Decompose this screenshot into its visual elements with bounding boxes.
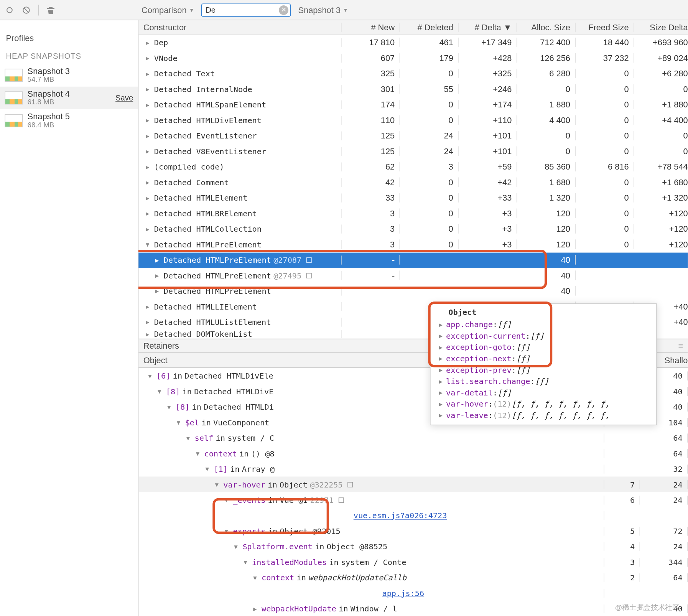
snapshot-name: Snapshot 4 (28, 89, 70, 99)
snapshot-thumb-icon (5, 114, 23, 127)
table-row[interactable]: ▶ Detached HTMLCollection 3 0 +3 120 0 +… (138, 221, 688, 237)
snapshot-size: 54.7 MB (28, 76, 70, 84)
expand-arrow-icon[interactable]: ▼ (224, 528, 230, 534)
popup-line: ▶exception-goto: [ƒ] (431, 342, 657, 353)
expand-arrow-icon[interactable]: ▶ (155, 288, 161, 294)
delete-icon[interactable] (46, 5, 56, 15)
expand-arrow-icon[interactable]: ▶ (155, 257, 161, 263)
popup-line: ▶app.change: [ƒ] (431, 319, 657, 330)
table-row[interactable]: ▶ Detached HTMLPreElement 40 (138, 283, 688, 299)
table-row[interactable]: ▶ Detached HTMLSpanElement 174 0 +174 1 … (138, 97, 688, 112)
expand-arrow-icon[interactable]: ▶ (146, 319, 152, 325)
table-row[interactable]: ▶ (compiled code) 62 3 +59 85 360 6 816 … (138, 159, 688, 175)
table-row[interactable]: ▶ Detached HTMLPreElement @27495 - 40 (138, 268, 688, 283)
expand-arrow-icon[interactable]: ▶ (146, 226, 152, 232)
constructor-header-row: Constructor # New # Deleted # Delta ▼ Al… (138, 20, 688, 35)
expand-arrow-icon[interactable]: ▶ (146, 303, 152, 310)
expand-arrow-icon[interactable]: ▶ (146, 55, 152, 61)
popup-line: ▶var-hover: (12) [ƒ, ƒ, ƒ, ƒ, ƒ, ƒ, ƒ, (431, 399, 657, 410)
expand-arrow-icon[interactable]: ▶ (146, 194, 152, 201)
class-filter-input[interactable] (201, 3, 291, 16)
expand-arrow-icon[interactable]: ▼ (224, 497, 230, 503)
source-link[interactable]: vue.esm.js?a026:4723 (354, 511, 447, 520)
expand-arrow-icon[interactable]: ▶ (146, 117, 152, 124)
expand-arrow-icon[interactable]: ▶ (146, 39, 152, 46)
expand-arrow-icon[interactable]: ▶ (146, 101, 152, 108)
popup-line: ▶exception-current: [ƒ] (431, 330, 657, 342)
expand-arrow-icon[interactable]: ▶ (146, 86, 152, 92)
snapshot-name: Snapshot 5 (28, 112, 70, 121)
snapshot-item[interactable]: Snapshot 4 61.8 MB Save (0, 87, 138, 109)
table-row[interactable]: ▶ Detached HTMLDivElement 110 0 +110 4 4… (138, 113, 688, 128)
toolbar: Comparison▼ ✕ Snapshot 3▼ (0, 0, 688, 20)
table-row[interactable]: ▶ Detached EventListener 125 24 +101 0 0… (138, 128, 688, 143)
expand-arrow-icon[interactable]: ▼ (234, 543, 240, 550)
col-constructor[interactable]: Constructor (138, 23, 341, 32)
expand-arrow-icon[interactable]: ▼ (244, 559, 250, 565)
retainer-row[interactable]: vue.esm.js?a026:4723 (138, 507, 688, 523)
retainer-row[interactable]: ▼exports in Object @92015 5 72 0 % 1 184… (138, 523, 688, 539)
table-row[interactable]: ▶ Dep 17 810 461 +17 349 712 400 18 440 … (138, 35, 688, 50)
expand-arrow-icon[interactable]: ▶ (146, 132, 152, 139)
table-row[interactable]: ▼ Detached HTMLPreElement 3 0 +3 120 0 +… (138, 237, 688, 252)
content-area: Constructor # New # Deleted # Delta ▼ Al… (138, 20, 688, 616)
retainer-row[interactable]: ▼context in webpackHotUpdateCallb 2 64 0… (138, 570, 688, 585)
expand-arrow-icon[interactable]: ▼ (158, 388, 164, 394)
popup-line: ▶exception-prev: [ƒ] (431, 364, 657, 376)
table-row[interactable]: ▶ Detached HTMLBRElement 3 0 +3 120 0 +1… (138, 206, 688, 221)
table-row[interactable]: ▶ Detached HTMLPreElement @27087 - 40 (138, 252, 688, 268)
expand-arrow-icon[interactable]: ▶ (146, 163, 152, 170)
expand-arrow-icon[interactable]: ▶ (155, 272, 161, 278)
retainer-row[interactable]: ▼installedModules in system / Conte 3 34… (138, 554, 688, 570)
col-size-delta[interactable]: Size Delta (634, 23, 688, 32)
retainer-row[interactable]: app.js:56 (138, 585, 688, 601)
retainer-row[interactable]: ▼self in system / C 64 0 % 64 0 % (138, 430, 688, 445)
table-row[interactable]: ▶ VNode 607 179 +428 126 256 37 232 +89 … (138, 51, 688, 66)
snapshot-item[interactable]: Snapshot 5 68.4 MB (0, 109, 138, 132)
col-deleted[interactable]: # Deleted (400, 23, 459, 32)
expand-arrow-icon[interactable]: ▼ (167, 404, 173, 410)
expand-arrow-icon[interactable]: ▼ (186, 435, 193, 441)
expand-arrow-icon[interactable]: ▼ (206, 466, 212, 472)
col-alloc[interactable]: Alloc. Size (517, 23, 576, 32)
expand-arrow-icon[interactable]: ▶ (253, 605, 259, 612)
popup-line: ▶var-leave: (12) [ƒ, ƒ, ƒ, ƒ, ƒ, ƒ, ƒ, (431, 410, 657, 421)
save-link[interactable]: Save (115, 93, 133, 102)
source-link[interactable]: app.js:56 (382, 588, 424, 597)
retainer-row[interactable]: ▼$platform.event in Object @88525 4 24 0… (138, 539, 688, 554)
expand-arrow-icon[interactable]: ▼ (146, 241, 152, 247)
col-new[interactable]: # New (342, 23, 400, 32)
expand-arrow-icon[interactable]: ▼ (148, 372, 154, 379)
stop-icon[interactable] (21, 5, 31, 15)
grip-icon: ≡ (678, 341, 683, 351)
snapshot-size: 68.4 MB (28, 121, 70, 129)
retainer-row[interactable]: ▼[1] in Array @ 32 0 % 1 208 0 % (138, 461, 688, 476)
expand-arrow-icon[interactable]: ▶ (146, 210, 152, 217)
table-row[interactable]: ▶ Detached HTMLElement 33 0 +33 1 320 0 … (138, 190, 688, 206)
expand-arrow-icon[interactable]: ▶ (146, 148, 152, 155)
expand-arrow-icon[interactable]: ▼ (196, 450, 202, 456)
table-row[interactable]: ▶ Detached InternalNode 301 55 +246 0 0 … (138, 82, 688, 97)
popup-line: ▶var-detail: [ƒ] (431, 387, 657, 399)
expand-arrow-icon[interactable]: ▶ (146, 179, 152, 186)
table-row[interactable]: ▶ Detached V8EventListener 125 24 +101 0… (138, 144, 688, 159)
retainer-row[interactable]: ▼_events in Vue @1 22971 6 24 0 % 1 269 … (138, 492, 688, 507)
table-row[interactable]: ▶ Detached Comment 42 0 +42 1 680 0 +1 6… (138, 175, 688, 190)
base-snapshot-dropdown[interactable]: Snapshot 3▼ (298, 5, 348, 15)
retainer-row[interactable]: ▶webpackHotUpdate in Window / l 40 0 % 7… (138, 601, 688, 616)
expand-arrow-icon[interactable]: ▶ (146, 331, 152, 337)
record-icon[interactable] (5, 5, 14, 15)
view-dropdown[interactable]: Comparison▼ (142, 5, 194, 15)
col-freed[interactable]: Freed Size (576, 23, 634, 32)
expand-arrow-icon[interactable]: ▼ (253, 574, 259, 581)
expand-arrow-icon[interactable]: ▼ (215, 481, 221, 488)
expand-arrow-icon[interactable]: ▼ (177, 419, 183, 425)
retainer-row[interactable]: ▼var-hover in Object @322255 7 24 0 % 1 … (138, 477, 688, 492)
snapshot-item[interactable]: Snapshot 3 54.7 MB (0, 64, 138, 87)
expand-arrow-icon[interactable]: ▶ (146, 70, 152, 77)
col-delta[interactable]: # Delta ▼ (459, 23, 517, 32)
popup-line: ▶exception-next: [ƒ] (431, 353, 657, 364)
snapshot-thumb-icon (5, 91, 23, 104)
table-row[interactable]: ▶ Detached Text 325 0 +325 6 280 0 +6 28… (138, 66, 688, 81)
retainer-row[interactable]: ▼context in () @8 64 0 % 128 0 % (138, 446, 688, 461)
